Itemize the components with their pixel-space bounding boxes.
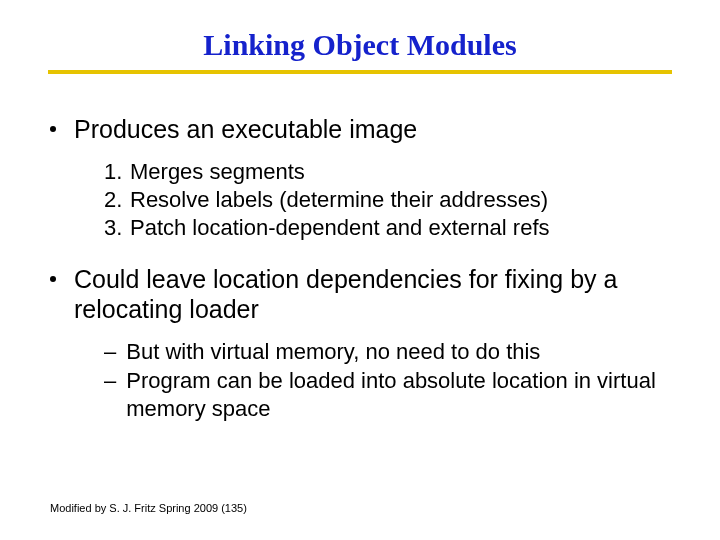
bullet-text: Produces an executable image	[74, 114, 670, 144]
bullet-icon	[50, 276, 56, 282]
slide-title: Linking Object Modules	[50, 28, 670, 62]
list-text: But with virtual memory, no need to do t…	[126, 338, 540, 366]
slide: Linking Object Modules Produces an execu…	[0, 0, 720, 540]
footer-text: Modified by S. J. Fritz Spring 2009 (135…	[50, 502, 247, 514]
list-item: – Program can be loaded into absolute lo…	[104, 367, 670, 423]
list-text: Program can be loaded into absolute loca…	[126, 367, 670, 423]
bullet-text: Could leave location dependencies for fi…	[74, 264, 670, 324]
list-item: – But with virtual memory, no need to do…	[104, 338, 670, 366]
bullet-item: Produces an executable image	[50, 114, 670, 144]
sub-list-dash: – But with virtual memory, no need to do…	[104, 338, 670, 422]
list-item: 2. Resolve labels (determine their addre…	[104, 186, 670, 214]
dash-icon: –	[104, 338, 116, 366]
sub-list-numbered: 1. Merges segments 2. Resolve labels (de…	[104, 158, 670, 242]
slide-content: Produces an executable image 1. Merges s…	[50, 114, 670, 423]
list-number: 1.	[104, 158, 126, 186]
title-underline	[48, 70, 672, 74]
list-text: Patch location-dependent and external re…	[130, 214, 550, 242]
list-item: 3. Patch location-dependent and external…	[104, 214, 670, 242]
list-text: Merges segments	[130, 158, 305, 186]
bullet-icon	[50, 126, 56, 132]
list-number: 2.	[104, 186, 126, 214]
list-item: 1. Merges segments	[104, 158, 670, 186]
list-text: Resolve labels (determine their addresse…	[130, 186, 548, 214]
bullet-item: Could leave location dependencies for fi…	[50, 264, 670, 324]
list-number: 3.	[104, 214, 126, 242]
dash-icon: –	[104, 367, 116, 395]
